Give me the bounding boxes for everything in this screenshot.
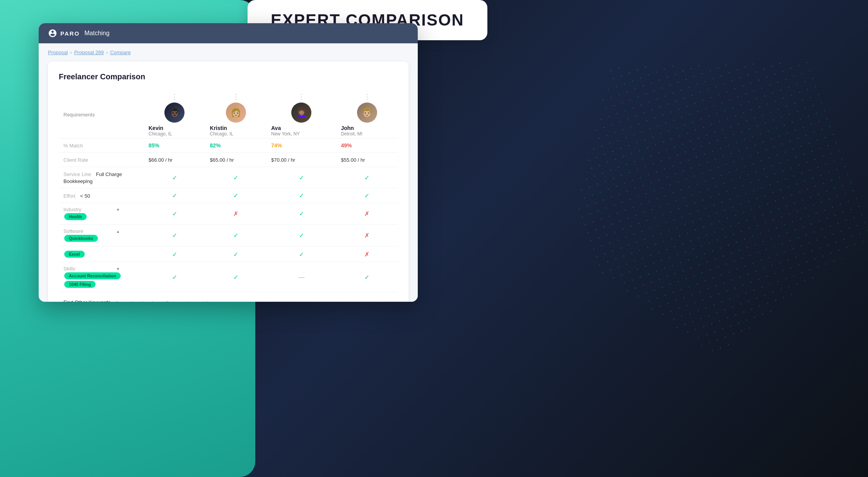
expert-kevin-location: Chicago, IL xyxy=(149,131,201,137)
kevin-rate: $66.00 / hr xyxy=(149,157,173,163)
kristin-software-qb: ✓ xyxy=(210,232,262,239)
keywords-note: Keyword matches do not affect percentage… xyxy=(116,300,209,302)
ava-industry: ✓ xyxy=(271,210,331,217)
expert-ava-name: Ava xyxy=(271,125,331,131)
comparison-card: Freelancer Comparison Requirements ⋮ 👨🏿 … xyxy=(48,62,408,302)
ava-rate: $70.00 / hr xyxy=(271,157,295,163)
breadcrumb: Proposal › Proposal 289 › Compare xyxy=(48,50,408,55)
software-tag-quickbooks: Quickbooks xyxy=(64,235,98,242)
ava-service-line: ✓ xyxy=(271,174,331,181)
john-software-qb: ✗ xyxy=(341,232,393,239)
john-effort: ✓ xyxy=(341,192,393,199)
expert-kristin-name: Kristin xyxy=(210,125,262,131)
john-skills: ✓ xyxy=(341,274,393,281)
breadcrumb-proposal[interactable]: Proposal xyxy=(48,50,68,55)
kristin-rate: $65.00 / hr xyxy=(210,157,234,163)
row-effort: Effort < 50 ✓ ✓ ✓ ✓ xyxy=(59,188,398,203)
breadcrumb-compare: Compare xyxy=(110,50,131,55)
ava-match: 74% xyxy=(271,142,282,149)
kevin-software-excel: ✓ xyxy=(149,251,201,258)
expert-john-name: John xyxy=(341,125,393,131)
kristin-industry: ✗ xyxy=(210,210,262,217)
skills-tag-1040: 1040 Filing xyxy=(64,281,96,288)
software-tag-excel: Excel xyxy=(64,251,85,258)
expert-ava-location: New York, NY xyxy=(271,131,331,137)
requirements-header: Requirements xyxy=(59,89,144,138)
john-software-excel: ✗ xyxy=(341,251,393,258)
kristin-service-line: ✓ xyxy=(210,174,262,181)
expert-kristin-menu[interactable]: ⋮ xyxy=(210,92,262,101)
expert-john-menu[interactable]: ⋮ xyxy=(341,92,393,101)
kristin-effort: ✓ xyxy=(210,192,262,199)
kevin-service-line: ✓ xyxy=(149,174,201,181)
john-rate: $55.00 / hr xyxy=(341,157,365,163)
avatar-john: 👨🏼 xyxy=(357,103,377,123)
expert-ava-menu[interactable]: ⋮ xyxy=(271,92,331,101)
industry-collapse-icon[interactable]: ▾ xyxy=(117,207,119,212)
expert-header-kristin: ⋮ 👩🏼 Kristin Chicago, IL xyxy=(205,89,267,138)
label-percent-match: % Match xyxy=(63,143,83,149)
effort-value: < 50 xyxy=(80,193,90,199)
kevin-industry: ✓ xyxy=(149,210,201,217)
kristin-skills: ✓ xyxy=(210,274,262,281)
ava-software-qb: ✓ xyxy=(271,232,331,239)
row-software-excel: Excel ✓ ✓ ✓ ✗ xyxy=(59,246,398,262)
comparison-title: Freelancer Comparison xyxy=(59,72,398,81)
window-header: PARO Matching xyxy=(39,23,418,43)
breadcrumb-proposal-289[interactable]: Proposal 289 xyxy=(74,50,104,55)
kevin-effort: ✓ xyxy=(149,192,201,199)
avatar-kevin: 👨🏿 xyxy=(164,103,185,123)
row-percent-match: % Match 85% 82% 74% 49% xyxy=(59,138,398,153)
ava-software-excel: ✓ xyxy=(271,251,331,258)
window-body: Proposal › Proposal 289 › Compare Freela… xyxy=(39,43,418,302)
industry-tag-health: Health xyxy=(64,213,87,220)
nav-title: Matching xyxy=(84,30,109,37)
ava-skills: — xyxy=(271,274,331,281)
kevin-skills: ✓ xyxy=(149,274,201,281)
expert-header-john: ⋮ 👨🏼 John Detroit, MI xyxy=(336,89,398,138)
kristin-software-excel: ✓ xyxy=(210,251,262,258)
expert-kristin-location: Chicago, IL xyxy=(210,131,262,137)
row-software: Software ▴ Quickbooks ✓ ✓ ✓ ✗ xyxy=(59,225,398,246)
paro-logo-text: PARO xyxy=(60,30,80,37)
dot-pattern-decoration xyxy=(404,0,868,477)
label-service-line: Service Line xyxy=(63,171,91,177)
skills-expand-icon[interactable]: ▾ xyxy=(117,266,119,272)
label-skills: Skills xyxy=(63,266,114,272)
row-industry: Industry ▾ Health ✓ ✗ ✓ ✗ xyxy=(59,203,398,225)
label-software: Software xyxy=(63,228,114,234)
label-client-rate: Client Rate xyxy=(63,157,88,163)
paro-logo: PARO xyxy=(48,29,80,38)
label-effort: Effort xyxy=(63,193,75,199)
label-industry: Industry xyxy=(63,207,114,212)
row-service-line: Service Line Full Charge Bookkeeping ✓ ✓… xyxy=(59,167,398,188)
skills-tag-ar: Account Reconciliation xyxy=(64,272,121,279)
expert-kevin-menu[interactable]: ⋮ xyxy=(149,92,201,101)
expert-john-location: Detroit, MI xyxy=(341,131,393,137)
row-find-keywords-header: Find Other Keywords Keyword matches do n… xyxy=(59,292,398,302)
ava-effort: ✓ xyxy=(271,192,331,199)
avatar-ava: 👩🏽‍🦱 xyxy=(291,103,311,123)
main-window: PARO Matching Proposal › Proposal 289 › … xyxy=(39,23,418,302)
expert-header-kevin: ⋮ 👨🏿 Kevin Chicago, IL xyxy=(144,89,205,138)
kristin-match: 82% xyxy=(210,142,221,149)
find-keywords-label: Find Other Keywords xyxy=(63,299,111,302)
software-expand-icon[interactable]: ▴ xyxy=(117,229,119,234)
row-skills: Skills ▾ Account Reconciliation 1040 Fil… xyxy=(59,262,398,292)
kevin-software-qb: ✓ xyxy=(149,232,201,239)
row-client-rate: Client Rate $66.00 / hr $65.00 / hr $70.… xyxy=(59,153,398,167)
john-industry: ✗ xyxy=(341,210,393,217)
expert-header-ava: ⋮ 👩🏽‍🦱 Ava New York, NY xyxy=(267,89,336,138)
john-service-line: ✓ xyxy=(341,174,393,181)
avatar-kristin: 👩🏼 xyxy=(226,103,246,123)
comparison-table: Requirements ⋮ 👨🏿 Kevin Chicago, IL ⋮ xyxy=(59,89,398,302)
expert-kevin-name: Kevin xyxy=(149,125,201,131)
kevin-match: 85% xyxy=(149,142,159,149)
john-match: 49% xyxy=(341,142,352,149)
